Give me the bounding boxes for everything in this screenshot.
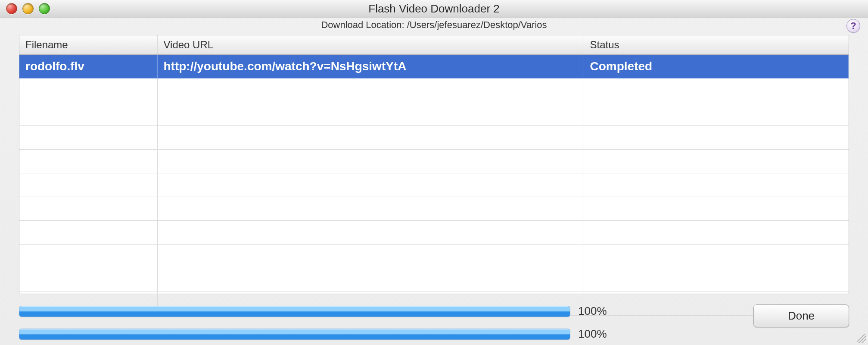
empty-cell [584, 220, 849, 244]
empty-cell [19, 149, 157, 173]
progress-1-label: 100% [578, 304, 630, 318]
table-header-row: Filename Video URL Status [19, 35, 849, 55]
empty-cell [584, 197, 849, 220]
empty-cell [157, 149, 584, 173]
table-row[interactable] [19, 244, 849, 268]
empty-cell [19, 125, 157, 149]
col-filename[interactable]: Filename [19, 35, 157, 55]
downloads-table: Filename Video URL Status rodolfo.flvhtt… [19, 35, 849, 294]
progress-2-label: 100% [578, 327, 630, 341]
window-controls [6, 3, 50, 14]
empty-cell [584, 102, 849, 125]
cell-video_url: http://youtube.com/watch?v=NsHgsiwtYtA [157, 54, 584, 78]
table-row[interactable] [19, 197, 849, 220]
col-video-url[interactable]: Video URL [157, 35, 584, 55]
table-row[interactable] [19, 149, 849, 173]
empty-cell [584, 125, 849, 149]
progress-bar-2 [19, 329, 570, 340]
empty-cell [157, 268, 584, 292]
col-status[interactable]: Status [584, 35, 849, 55]
empty-cell [157, 125, 584, 149]
empty-cell [19, 78, 157, 102]
table-row[interactable] [19, 125, 849, 149]
help-button[interactable]: ? [846, 19, 860, 33]
table-row[interactable] [19, 102, 849, 125]
download-location-bar: Download Location: /Users/jefesuarez/Des… [0, 18, 868, 32]
empty-cell [19, 102, 157, 125]
cell-filename: rodolfo.flv [19, 54, 157, 78]
cell-status: Completed [584, 54, 849, 78]
empty-cell [584, 173, 849, 197]
empty-cell [157, 173, 584, 197]
empty-cell [157, 197, 584, 220]
empty-cell [157, 244, 584, 268]
minimize-icon[interactable] [22, 3, 34, 14]
window: Flash Video Downloader 2 Download Locati… [0, 0, 868, 345]
bottom-bar: 100% Done 100% [0, 294, 868, 345]
empty-cell [19, 268, 157, 292]
table-row[interactable] [19, 78, 849, 102]
download-location-label: Download Location: /Users/jefesuarez/Des… [321, 19, 547, 31]
progress-bar-1 [19, 306, 570, 317]
empty-cell [584, 244, 849, 268]
window-title: Flash Video Downloader 2 [368, 2, 499, 16]
empty-cell [584, 149, 849, 173]
empty-cell [157, 78, 584, 102]
close-icon[interactable] [6, 3, 17, 14]
titlebar: Flash Video Downloader 2 [0, 0, 868, 18]
empty-cell [584, 268, 849, 292]
empty-cell [157, 220, 584, 244]
empty-cell [584, 78, 849, 102]
help-icon: ? [850, 20, 856, 31]
empty-cell [157, 102, 584, 125]
table-row[interactable] [19, 220, 849, 244]
table-row[interactable]: rodolfo.flvhttp://youtube.com/watch?v=Ns… [19, 54, 849, 78]
table-row[interactable] [19, 173, 849, 197]
resize-grip-icon[interactable] [857, 334, 866, 343]
empty-cell [19, 244, 157, 268]
table-row[interactable] [19, 268, 849, 292]
empty-cell [19, 173, 157, 197]
empty-cell [19, 197, 157, 220]
zoom-icon[interactable] [39, 3, 50, 14]
empty-cell [19, 220, 157, 244]
done-button[interactable]: Done [753, 304, 849, 327]
